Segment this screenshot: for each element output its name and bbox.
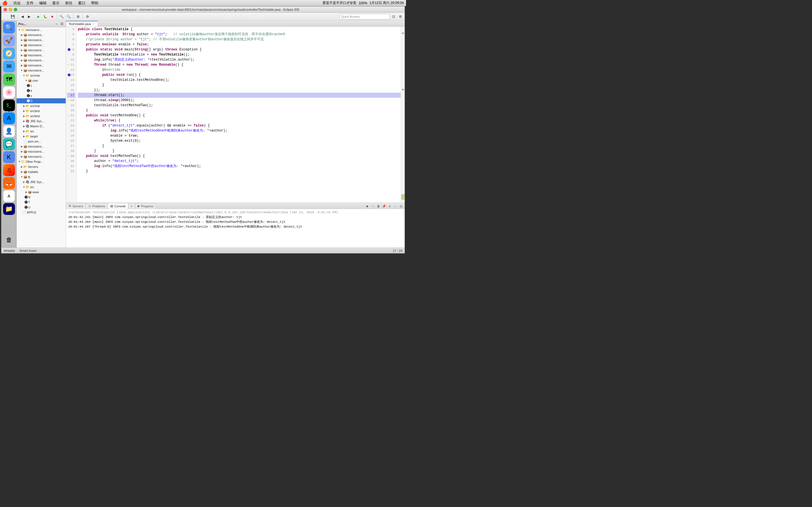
dock-contacts[interactable]: 👤: [3, 125, 15, 137]
dock-trash[interactable]: 🗑: [3, 234, 15, 246]
toolbar-forward-btn[interactable]: ▶: [26, 13, 32, 20]
tree-item-www[interactable]: ▶ 📦 www: [17, 189, 66, 194]
tree-item-classN[interactable]: 🅒 N: [17, 194, 66, 200]
bottom-tab-problems[interactable]: ⚠ Problems: [86, 203, 108, 209]
tree-item-classC[interactable]: 🅒 c: [17, 83, 66, 88]
menu-edit[interactable]: 编辑: [38, 1, 48, 6]
tree-item-classD2[interactable]: 🅒 D: [17, 98, 66, 103]
console-max-btn[interactable]: ⊡: [398, 204, 403, 209]
tree-item-ms1[interactable]: ▶ 📦 microservi...: [17, 33, 66, 38]
bottom-tabs: ⚙ Servers ⚠ Problems ▤ Console × ▶ Progr: [66, 203, 405, 209]
dock-appstore[interactable]: A: [3, 112, 15, 124]
dock-launchpad[interactable]: 🚀: [3, 35, 15, 47]
tree-item-com[interactable]: ▼ 📦 com: [17, 78, 66, 83]
tree-item-jre[interactable]: ▶ 📚 JRE Sys...: [17, 119, 66, 124]
toolbar-debug-btn[interactable]: 🐛: [42, 13, 49, 20]
menu-file[interactable]: 文件: [25, 1, 35, 6]
bottom-tab-servers[interactable]: ⚙ Servers: [66, 203, 86, 209]
tree-item-jre-tjt[interactable]: ▶ 📚 JRE Sys...: [17, 179, 66, 184]
toolbar-build-btn[interactable]: 🔨: [58, 13, 65, 20]
tree-item-target[interactable]: ▶ 📂 target: [17, 134, 66, 139]
tree-item-ms3[interactable]: ▶ 📦 microservi...: [17, 43, 66, 48]
tab-close-btn[interactable]: ×: [92, 22, 95, 25]
toolbar-new-btn[interactable]: 📄: [3, 13, 9, 20]
tree-item-maven[interactable]: ▶ 📚 Maven D...: [17, 124, 66, 129]
dock-photos[interactable]: 🌸: [3, 87, 15, 98]
toolbar-perspective-btn[interactable]: ⊞: [75, 13, 81, 20]
tree-item-other-projects[interactable]: ▼ 📁 Other Proje...: [17, 159, 66, 164]
tree-item-classS[interactable]: 🅒 s: [17, 93, 66, 98]
tree-item-tjt[interactable]: ▼ 📦 tjt: [17, 174, 66, 179]
minimize-button[interactable]: [9, 8, 12, 11]
dock-klokki[interactable]: K: [3, 151, 15, 163]
tree-item-projects[interactable]: ▼ 📁 microservi...: [17, 27, 66, 33]
console-stop-btn[interactable]: ■: [364, 204, 370, 209]
tree-item-ms-other2[interactable]: ▶ 📦 microservi...: [17, 149, 66, 154]
bottom-tab-progress[interactable]: ▶ Progress: [135, 203, 156, 209]
menu-view[interactable]: 显示: [51, 1, 61, 6]
editor-scrollbar[interactable]: [401, 27, 405, 203]
editor-tab-testvolatile[interactable]: TestVolatile.java ×: [66, 21, 98, 26]
menu-finder[interactable]: 访达: [12, 1, 22, 6]
tree-item-ms7[interactable]: ▶ 📦 microservi...: [17, 63, 66, 68]
console-pin-btn[interactable]: 📌: [382, 204, 387, 209]
menu-help[interactable]: 帮助: [90, 1, 100, 6]
tree-item-srctest1[interactable]: ▶ 📂 src/test: [17, 108, 66, 114]
dock-firefox[interactable]: 🦊: [3, 177, 15, 189]
dock-terminal[interactable]: $_: [3, 100, 15, 111]
dock-finder[interactable]: 🔍: [3, 22, 15, 34]
code-content[interactable]: public class TestVolatile { private vola…: [77, 27, 401, 203]
toolbar-layout-btn[interactable]: ⊡: [391, 13, 397, 20]
menu-go[interactable]: 前往: [64, 1, 73, 6]
toolbar-misc-btn[interactable]: ⚙: [84, 13, 91, 20]
dock-mail[interactable]: ✉: [3, 61, 15, 72]
tree-item-classU[interactable]: 🅒 U: [17, 205, 66, 210]
tree-item-src-tjt[interactable]: ▼ 📂 src: [17, 184, 66, 189]
dock-music[interactable]: ♫: [3, 164, 15, 176]
tree-item-ms4[interactable]: ▶ 📦 microservi...: [17, 48, 66, 53]
toolbar-save-btn[interactable]: 💾: [10, 13, 16, 20]
bottom-tab-console[interactable]: ▤ Console: [108, 203, 128, 209]
tree-item-classT[interactable]: 🅒 T: [17, 200, 66, 205]
code-line-9: TestVolatile testVolatile = new TestVola…: [78, 52, 401, 57]
toolbar-run-btn[interactable]: ▶: [35, 13, 42, 20]
maximize-button[interactable]: [14, 8, 17, 11]
panel-max-btn[interactable]: ⊡: [59, 22, 64, 26]
console-view-btn[interactable]: ≡: [387, 204, 392, 209]
dock-maps[interactable]: 🗺: [3, 73, 15, 86]
panel-collapse-btn[interactable]: −: [54, 22, 59, 26]
tree-item-srcmain[interactable]: ▼ 📂 src/mai: [17, 73, 66, 78]
tree-item-src[interactable]: ▶ 📂 src: [17, 129, 66, 134]
console-minimize-btn[interactable]: −: [393, 204, 398, 209]
close-button[interactable]: [4, 8, 7, 11]
tree-item-classD[interactable]: 🅒 d: [17, 88, 66, 93]
toolbar-prefs-btn[interactable]: ⚙: [397, 13, 403, 20]
menu-window[interactable]: 窗口: [77, 1, 87, 6]
apple-menu[interactable]: 🍎: [2, 1, 8, 6]
console-clear-btn[interactable]: 🗑: [376, 204, 381, 209]
toolbar-stop-btn[interactable]: ■: [49, 13, 55, 20]
tree-item-servers[interactable]: ▶ 📂 Servers: [17, 164, 66, 169]
tree-item-ms-other3[interactable]: ▶ 📦 microservi...: [17, 154, 66, 159]
toolbar-search-btn[interactable]: 🔍: [65, 13, 72, 20]
toolbar-back-btn[interactable]: ◀: [19, 13, 26, 20]
bottom-tab-console-close[interactable]: ×: [128, 203, 135, 209]
dock-filezilla[interactable]: 📁: [3, 203, 15, 215]
tree-item-mybatis[interactable]: ▶ 📦 mybatis: [17, 169, 66, 174]
dock-font[interactable]: A: [3, 190, 15, 202]
tree-item-apple[interactable]: 📄 APPLE: [17, 210, 66, 215]
tree-item-ms6[interactable]: ▶ 📦 microservi...: [17, 58, 66, 63]
quick-access-field[interactable]: Quick Access: [339, 14, 390, 19]
tree-item-ms2[interactable]: ▶ 📦 microservi...: [17, 38, 66, 43]
dock-wechat[interactable]: 💬: [3, 138, 15, 150]
tree-item-ms5[interactable]: ▶ 📦 microservi...: [17, 53, 66, 58]
tree-label: target: [30, 135, 38, 138]
tree-item-srcmain2[interactable]: ▶ 📂 src/mai: [17, 103, 66, 108]
tree-item-ms-expanded[interactable]: ▼ 📦 microservi...: [17, 68, 66, 73]
tree-item-ms-other1[interactable]: ▶ 📦 microservi...: [17, 144, 66, 149]
dock-safari[interactable]: 🧭: [3, 48, 15, 59]
tree-arrow: ▼: [18, 160, 21, 163]
tree-item-pom[interactable]: 📄 pom.xm...: [17, 139, 66, 144]
tree-item-srctest2[interactable]: ▶ 📂 src/test: [17, 114, 66, 119]
tree-label: N: [28, 195, 31, 199]
